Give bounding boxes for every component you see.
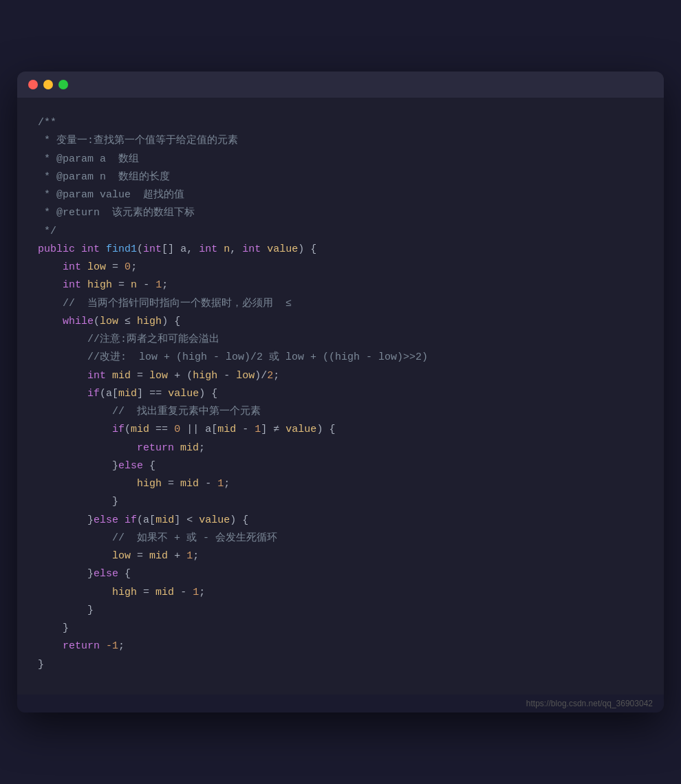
code-line: * @param value 超找的值 (38, 186, 643, 204)
code-line: //改进: low + (high - low)/2 或 low + ((hig… (38, 349, 643, 367)
code-line: //注意:两者之和可能会溢出 (38, 331, 643, 349)
code-window: /** * 变量一:查找第一个值等于给定值的元素 * @param a 数组 *… (17, 72, 664, 712)
code-line: high = mid - 1; (38, 475, 643, 493)
code-line: int low = 0; (38, 259, 643, 276)
code-line: }else { (38, 565, 643, 583)
code-line: if(mid == 0 || a[mid - 1] ≠ value) { (38, 421, 643, 439)
code-line: } (38, 620, 643, 638)
code-line: low = mid + 1; (38, 547, 643, 565)
code-line: }else if(a[mid] < value) { (38, 512, 643, 530)
titlebar (17, 72, 664, 98)
code-line: * @param a 数组 (38, 151, 643, 168)
code-line: return mid; (38, 439, 643, 457)
maximize-dot[interactable] (58, 80, 68, 89)
code-line: high = mid - 1; (38, 584, 643, 602)
code-line: }else { (38, 457, 643, 475)
code-line: * 变量一:查找第一个值等于给定值的元素 (38, 132, 643, 150)
code-line: * @param n 数组的长度 (38, 168, 643, 186)
code-line: // 当两个指针同时指向一个数据时，必须用 ≤ (38, 295, 643, 313)
code-line: } (38, 602, 643, 620)
close-dot[interactable] (28, 80, 38, 89)
code-line: /** (38, 114, 643, 132)
code-editor: /** * 变量一:查找第一个值等于给定值的元素 * @param a 数组 *… (17, 98, 664, 695)
code-line: int high = n - 1; (38, 276, 643, 294)
minimize-dot[interactable] (43, 80, 53, 89)
url-text: https://blog.csdn.net/qq_36903042 (526, 699, 653, 708)
code-line: } (38, 656, 643, 674)
code-line: */ (38, 223, 643, 241)
code-line: * @return 该元素的数组下标 (38, 204, 643, 222)
code-line: public int find1(int[] a, int n, int val… (38, 241, 643, 259)
url-bar: https://blog.csdn.net/qq_36903042 (17, 695, 664, 712)
code-line: int mid = low + (high - low)/2; (38, 367, 643, 385)
code-line: // 如果不 + 或 - 会发生死循环 (38, 530, 643, 547)
code-line: if(a[mid] == value) { (38, 385, 643, 403)
code-line: return -1; (38, 638, 643, 655)
code-line: } (38, 493, 643, 511)
code-line: while(low ≤ high) { (38, 313, 643, 331)
code-line: // 找出重复元素中第一个元素 (38, 403, 643, 421)
